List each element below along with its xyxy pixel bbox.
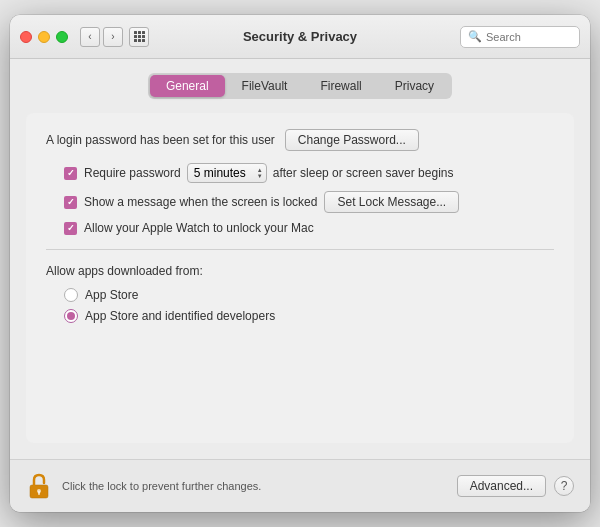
footer-buttons: Advanced... ?	[457, 475, 574, 497]
advanced-button[interactable]: Advanced...	[457, 475, 546, 497]
search-input[interactable]	[486, 31, 572, 43]
require-password-label: Require password	[84, 166, 181, 180]
apple-watch-row: ✓ Allow your Apple Watch to unlock your …	[64, 221, 554, 235]
maximize-button[interactable]	[56, 31, 68, 43]
traffic-lights	[20, 31, 68, 43]
back-button[interactable]: ‹	[80, 27, 100, 47]
minimize-button[interactable]	[38, 31, 50, 43]
tab-bar: General FileVault Firewall Privacy	[26, 73, 574, 99]
close-button[interactable]	[20, 31, 32, 43]
lock-message-label: Show a message when the screen is locked	[84, 195, 317, 209]
login-password-text: A login password has been set for this u…	[46, 133, 275, 147]
require-password-checkbox[interactable]: ✓	[64, 167, 77, 180]
apple-watch-checkbox[interactable]: ✓	[64, 222, 77, 235]
set-lock-message-button[interactable]: Set Lock Message...	[324, 191, 459, 213]
lock-message-row: ✓ Show a message when the screen is lock…	[64, 191, 554, 213]
change-password-button[interactable]: Change Password...	[285, 129, 419, 151]
titlebar: ‹ › Security & Privacy 🔍	[10, 15, 590, 59]
settings-panel: A login password has been set for this u…	[26, 113, 574, 443]
window-title: Security & Privacy	[243, 29, 357, 44]
after-sleep-label: after sleep or screen saver begins	[273, 166, 454, 180]
lock-message-checkbox[interactable]: ✓	[64, 196, 77, 209]
allow-apps-title: Allow apps downloaded from:	[46, 264, 554, 278]
password-delay-value: 5 minutes	[194, 166, 246, 180]
radio-app-store-identified-row: App Store and identified developers	[64, 309, 554, 323]
login-password-row: A login password has been set for this u…	[46, 129, 554, 151]
radio-app-store-identified[interactable]	[64, 309, 78, 323]
radio-app-store-row: App Store	[64, 288, 554, 302]
main-window: ‹ › Security & Privacy 🔍 General FileVau…	[10, 15, 590, 512]
checkmark-icon-2: ✓	[67, 197, 75, 207]
svg-rect-2	[38, 491, 40, 495]
divider	[46, 249, 554, 250]
forward-button[interactable]: ›	[103, 27, 123, 47]
footer: Click the lock to prevent further change…	[10, 459, 590, 512]
grid-view-button[interactable]	[129, 27, 149, 47]
tab-filevault[interactable]: FileVault	[226, 75, 304, 97]
radio-app-store[interactable]	[64, 288, 78, 302]
search-icon: 🔍	[468, 30, 482, 43]
require-password-row: ✓ Require password 5 minutes ▲ ▼ after s…	[64, 163, 554, 183]
radio-app-store-identified-label: App Store and identified developers	[85, 309, 275, 323]
radio-app-store-label: App Store	[85, 288, 138, 302]
tab-group: General FileVault Firewall Privacy	[148, 73, 452, 99]
help-button[interactable]: ?	[554, 476, 574, 496]
grid-icon	[134, 31, 145, 42]
apple-watch-label: Allow your Apple Watch to unlock your Ma…	[84, 221, 314, 235]
tab-firewall[interactable]: Firewall	[304, 75, 377, 97]
tab-general[interactable]: General	[150, 75, 225, 97]
checkmark-icon: ✓	[67, 168, 75, 178]
select-arrows-icon: ▲ ▼	[257, 167, 263, 179]
lock-footer-text: Click the lock to prevent further change…	[62, 480, 447, 492]
content-area: General FileVault Firewall Privacy A log…	[10, 59, 590, 459]
password-inline: Require password 5 minutes ▲ ▼ after sle…	[84, 163, 453, 183]
lock-icon[interactable]	[26, 470, 52, 502]
password-delay-select[interactable]: 5 minutes ▲ ▼	[187, 163, 267, 183]
lock-svg	[28, 472, 50, 500]
nav-buttons: ‹ ›	[80, 27, 123, 47]
tab-privacy[interactable]: Privacy	[379, 75, 450, 97]
search-bar[interactable]: 🔍	[460, 26, 580, 48]
checkmark-icon-3: ✓	[67, 223, 75, 233]
